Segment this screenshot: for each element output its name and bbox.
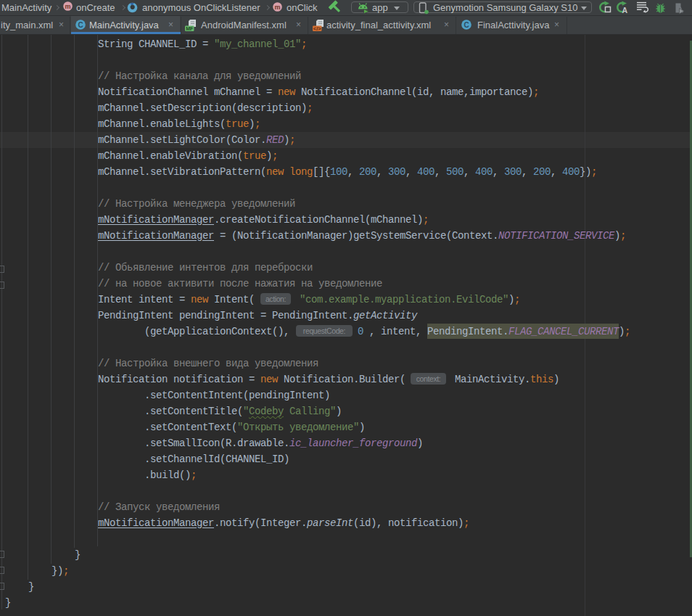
svg-text:C: C bbox=[464, 21, 469, 29]
svg-text:m: m bbox=[274, 4, 280, 11]
svg-text:MF: MF bbox=[186, 26, 194, 31]
svg-text:C: C bbox=[78, 21, 83, 29]
svg-text:</>: </> bbox=[313, 25, 321, 32]
svg-text:m: m bbox=[65, 3, 70, 10]
svg-text:A: A bbox=[622, 6, 627, 15]
